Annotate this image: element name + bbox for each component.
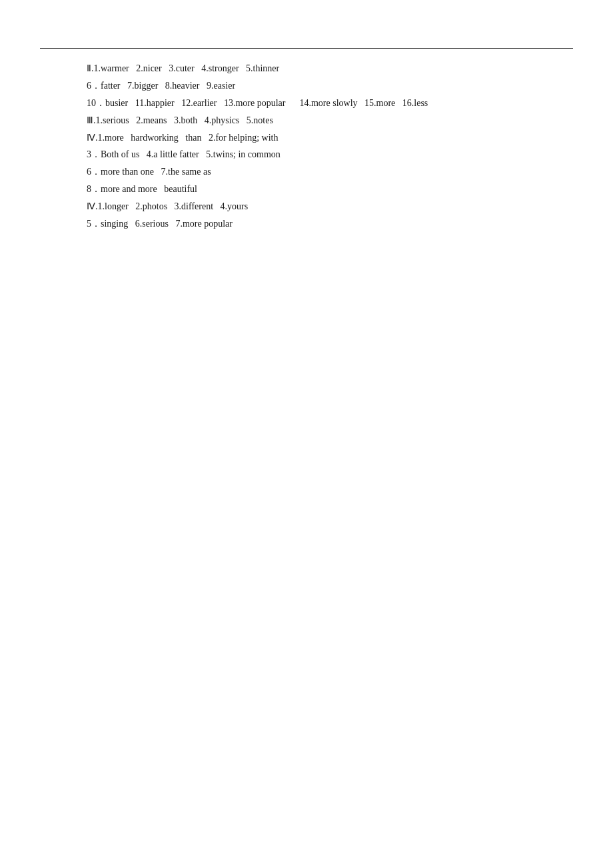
line-10: 5．singing 6.serious 7.more popular xyxy=(87,215,573,233)
line-7: 6．more than one 7.the same as xyxy=(87,163,573,181)
line-2: 6．fatter 7.bigger 8.heavier 9.easier xyxy=(87,77,573,95)
line-3: 10．busier 11.happier 12.earlier 13.more … xyxy=(87,95,573,112)
line-8: 8．more and more beautiful xyxy=(87,181,573,198)
line-9: Ⅳ.1.longer 2.photos 3.different 4.yours xyxy=(87,198,573,215)
line-5: Ⅳ.1.more hardworking than 2.for helping;… xyxy=(87,129,573,147)
line-1: Ⅱ.1.warmer 2.nicer 3.cuter 4.stronger 5.… xyxy=(87,60,573,77)
line-6: 3．Both of us 4.a little fatter 5.twins; … xyxy=(87,146,573,163)
answer-content: Ⅱ.1.warmer 2.nicer 3.cuter 4.stronger 5.… xyxy=(87,60,573,233)
line-4: Ⅲ.1.serious 2.means 3.both 4.physics 5.n… xyxy=(87,112,573,129)
top-horizontal-rule xyxy=(40,48,573,49)
